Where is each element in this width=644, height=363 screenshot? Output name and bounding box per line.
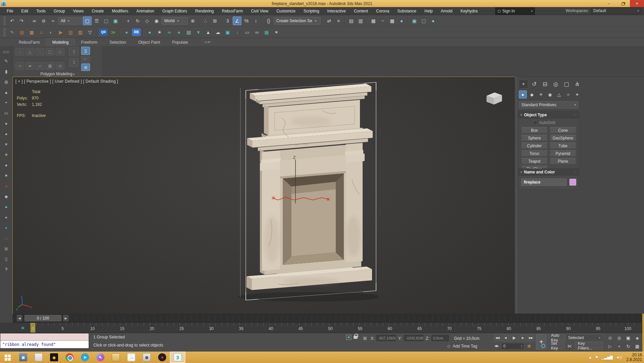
shade-mode-icon[interactable]: ◎ <box>81 64 90 71</box>
red-drop-icon[interactable]: ● <box>3 182 10 190</box>
action-center-flag-icon[interactable]: ⚑ <box>595 355 598 360</box>
toggle-layer-explorer-icon[interactable]: ▥ <box>356 16 365 25</box>
highlight-mode-icon[interactable]: ▯ <box>81 47 90 55</box>
unlink-selection-icon[interactable]: ⊘ <box>39 16 48 25</box>
notepad-taskbar-button[interactable] <box>31 352 46 363</box>
restore-button[interactable] <box>616 0 630 7</box>
menu-item[interactable]: File <box>3 7 17 15</box>
marker-tool-icon[interactable]: ✎ <box>3 57 10 65</box>
key-filters-button[interactable]: Key Filters... <box>575 342 603 349</box>
motion-tab-icon[interactable]: ◎ <box>551 80 560 88</box>
axe-tool-icon[interactable]: ◆ <box>3 193 10 200</box>
menu-item[interactable]: Keyhydra <box>456 7 481 15</box>
menu-item[interactable]: Rendering <box>191 7 218 15</box>
name-color-header[interactable]: Name and Color <box>518 169 579 175</box>
set-key-button[interactable]: Set Key <box>548 342 565 349</box>
edge-mode-icon[interactable]: △ <box>26 48 34 55</box>
beige-sphere-icon[interactable]: ● <box>3 161 10 169</box>
use-pivot-point-center-icon[interactable]: ⊕ <box>188 16 197 25</box>
selection-filter-dropdown[interactable]: All <box>58 17 82 25</box>
teapot-tool-icon[interactable]: ◍ <box>3 78 10 85</box>
open-folder-icon[interactable]: ▶ <box>56 28 65 37</box>
chrome-taskbar-button[interactable] <box>62 352 77 363</box>
time-slider[interactable]: ◀ 0 / 100 ▶ <box>13 314 642 323</box>
ribbon-tab[interactable]: RebusFarm <box>13 39 46 46</box>
previous-frame-arrow[interactable]: ◀ <box>17 315 22 321</box>
menu-item[interactable]: Group <box>50 7 69 15</box>
primitive-button[interactable]: Box <box>521 127 548 133</box>
help-icon[interactable]: ? <box>3 266 10 273</box>
game-app-taskbar-button[interactable]: ✎ <box>93 352 108 363</box>
gear-tool-icon[interactable]: ✶ <box>272 28 281 37</box>
y-coordinate-field[interactable]: -1042,8186 <box>404 335 423 341</box>
pan-icon[interactable]: + <box>615 342 624 350</box>
gray-sphere-icon[interactable]: ● <box>3 213 10 221</box>
rendered-frame-window-icon[interactable]: ▢ <box>419 16 428 25</box>
primitive-button[interactable]: Cone <box>550 127 576 133</box>
panel-grid-tool-icon[interactable]: ▦ <box>262 28 271 37</box>
render-production-icon[interactable]: ● <box>429 16 438 25</box>
olive-sphere-icon[interactable]: ● <box>3 130 10 137</box>
clock[interactable]: 20:16 2.8.2021 <box>626 353 642 362</box>
download-tool-icon[interactable]: ↓ <box>233 28 242 37</box>
undo-icon[interactable]: ↶ <box>8 16 16 25</box>
maxscript-mini-listener[interactable]: "ribbon already found" <box>0 333 89 349</box>
previous-frame-icon[interactable]: ◀ <box>502 334 509 341</box>
border-mode-icon[interactable]: ◌ <box>36 48 44 55</box>
network-signal-icon[interactable]: ▁▃▅▇ <box>601 355 613 360</box>
go-to-start-icon[interactable]: ◀◀ <box>494 334 501 341</box>
menu-item[interactable]: Modifiers <box>108 7 132 15</box>
space-warps-category-icon[interactable]: ≈ <box>564 90 572 98</box>
preview-subobject-off-icon[interactable]: ▱ <box>15 62 24 70</box>
geometry-category-icon[interactable]: ● <box>519 90 527 98</box>
cone-tool-icon[interactable]: ▲ <box>3 88 10 96</box>
select-and-manipulate-icon[interactable]: ∴ <box>201 16 210 25</box>
preview-multi-icon[interactable]: ▱ <box>36 62 44 70</box>
object-name-field[interactable]: fireplace <box>521 178 567 186</box>
selection-lock-icon[interactable] <box>354 336 358 339</box>
menu-item[interactable]: Content <box>350 7 372 15</box>
scene-folder-icon[interactable]: ▤ <box>17 28 26 37</box>
sun-tool-icon[interactable]: ☀ <box>155 28 164 37</box>
helpers-category-icon[interactable]: △ <box>555 90 563 98</box>
shapes-category-icon[interactable]: ◆ <box>528 90 536 98</box>
named-selection-set-dropdown[interactable]: Create Selection Se <box>274 17 321 25</box>
menu-item[interactable]: Edit <box>17 7 32 15</box>
orbit-icon[interactable]: ↻ <box>624 342 633 350</box>
next-frame-icon[interactable]: ▶ <box>519 334 526 341</box>
ribbon-tab[interactable]: Modeling <box>46 38 75 46</box>
viewcube[interactable] <box>483 89 503 107</box>
stereo-camera-icon[interactable]: ∞ <box>165 28 174 37</box>
3dsmax-taskbar-button[interactable]: 3 <box>170 352 185 363</box>
lights-category-icon[interactable]: ☀ <box>537 90 545 98</box>
toolbar-grip[interactable] <box>3 28 6 37</box>
menu-item[interactable]: Scripting <box>300 7 323 15</box>
record-tool-icon[interactable]: ◐ <box>47 28 55 37</box>
preview-select-icon[interactable]: ◎ <box>56 62 64 70</box>
systems-category-icon[interactable]: ✶ <box>573 90 581 98</box>
percent-snap-toggle-icon[interactable]: % <box>242 16 251 25</box>
reference-coordinate-dropdown[interactable]: World <box>162 17 188 25</box>
pencil-tool-icon[interactable]: ▯ <box>3 255 10 263</box>
document-tool-icon[interactable]: ▧ <box>66 28 75 37</box>
menu-item[interactable]: Interactive <box>323 7 350 15</box>
menu-item[interactable]: Views <box>69 7 88 15</box>
frame-spinner[interactable]: 0 ▴▾ <box>501 343 524 350</box>
cameras-category-icon[interactable]: ◉ <box>546 90 554 98</box>
expand-down-icon[interactable]: ↧ <box>69 58 79 67</box>
green-chevron-tool-icon[interactable]: ≫ <box>109 28 118 37</box>
menu-item[interactable]: Corona <box>372 7 393 15</box>
zoom-region-icon[interactable]: ▷ <box>606 342 614 350</box>
rebusfarm-render-icon[interactable]: RB <box>132 29 141 36</box>
scatter-panel-icon[interactable]: ▤ <box>184 28 193 37</box>
toolbar-grip[interactable] <box>3 16 6 25</box>
material-editor-icon[interactable]: ● <box>397 16 406 25</box>
palette-tool-icon[interactable]: ▣ <box>3 245 10 252</box>
start-taskbar-button[interactable] <box>0 352 15 363</box>
primitive-button[interactable]: Teapot <box>521 158 548 164</box>
fireplace-model[interactable]: Z <box>211 78 379 313</box>
library-browser-icon[interactable]: ▣ <box>223 28 232 37</box>
select-and-place-icon[interactable]: ◉ <box>152 16 161 25</box>
mirror-icon[interactable]: ⇄ <box>325 16 333 25</box>
go-to-end-icon[interactable]: ▶▶ <box>527 334 535 341</box>
